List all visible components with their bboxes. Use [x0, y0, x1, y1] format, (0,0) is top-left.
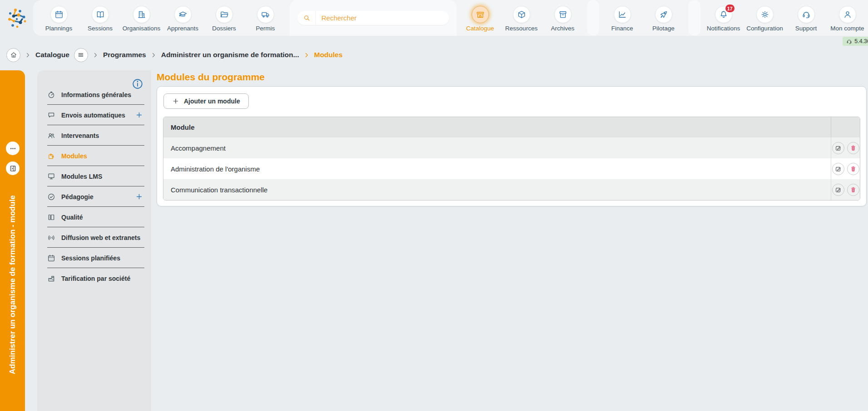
topnav-label: Plannings [45, 25, 72, 32]
edit-module-button[interactable] [832, 142, 844, 154]
trash-icon [850, 166, 857, 172]
module-name-cell: Administration de l'organisme [163, 158, 831, 179]
table-row: Accompagnement [163, 137, 860, 158]
topnav-item-mon-compte[interactable]: Mon compte [827, 0, 868, 36]
menu-item-tarification[interactable]: Tarification par société [37, 268, 151, 289]
edit-module-button[interactable] [832, 163, 844, 175]
application-window: Plannings Sessions Organisations Apprena… [0, 0, 868, 411]
table-row: Administration de l'organisme [163, 158, 860, 179]
open-book-icon [92, 6, 109, 23]
topnav-item-plannings[interactable]: Plannings [38, 0, 79, 36]
topnav-label: Mon compte [830, 25, 864, 32]
menu-item-pedagogie[interactable]: Pédagogie [37, 186, 151, 207]
calendar-icon [47, 254, 55, 262]
logo-icon [6, 7, 28, 29]
gear-icon [756, 6, 774, 23]
page-title: Modules du programme [157, 72, 265, 83]
topnav-item-configuration[interactable]: Configuration [744, 0, 785, 36]
menu-item-modules-lms[interactable]: Modules LMS [37, 166, 151, 186]
nav-group-finance: Finance Pilotage [602, 0, 684, 36]
modules-card: Ajouter un module Module Accompagnement … [157, 86, 867, 206]
search-icon [297, 11, 316, 25]
add-envoi-button[interactable] [134, 110, 144, 120]
cube-icon [513, 6, 530, 23]
truck-icon [257, 6, 274, 23]
topnav-item-notifications[interactable]: 17 Notifications [703, 0, 744, 36]
menu-list: Informations générales Envois automatiqu… [37, 84, 151, 289]
delete-module-button[interactable] [847, 184, 859, 196]
line-chart-icon [614, 6, 631, 23]
hamburger-menu-icon [77, 51, 84, 59]
edit-module-button[interactable] [832, 184, 844, 196]
topnav-label: Dossiers [212, 25, 236, 32]
headset-icon [846, 39, 852, 44]
topnav-item-ressources[interactable]: Ressources [501, 0, 542, 36]
topnav-item-archives[interactable]: Archives [542, 0, 583, 36]
factory-icon [47, 274, 55, 283]
ellipsis-icon [9, 145, 17, 152]
add-module-button[interactable]: Ajouter un module [163, 93, 249, 109]
gauge-icon [47, 91, 55, 99]
broadcast-icon [47, 234, 55, 242]
topnav-label: Configuration [746, 25, 783, 32]
module-name-cell: Communication transactionnelle [163, 179, 831, 200]
add-pedagogie-button[interactable] [134, 192, 144, 202]
topnav-label: Support [795, 25, 817, 32]
edit-icon [835, 166, 842, 172]
calendar-icon [50, 6, 68, 23]
user-icon [839, 6, 856, 23]
breadcrumb-item-modules[interactable]: Modules [314, 51, 343, 59]
topnav-item-dossiers[interactable]: Dossiers [203, 0, 245, 36]
header-group-divider [587, 0, 599, 36]
menu-item-envois-automatiques[interactable]: Envois automatiques [37, 105, 151, 125]
topnav-label: Notifications [707, 25, 740, 32]
monitor-icon [47, 172, 55, 181]
delete-module-button[interactable] [847, 142, 859, 154]
topnav-item-support[interactable]: Support [785, 0, 827, 36]
menu-item-label: Intervenants [61, 132, 99, 139]
menu-item-label: Modules LMS [61, 173, 102, 180]
program-section-menu: Informations générales Envois automatiqu… [37, 70, 151, 411]
chat-bubble-icon [47, 111, 55, 119]
topnav-item-finance[interactable]: Finance [602, 0, 643, 36]
menu-item-label: Pédagogie [61, 193, 94, 201]
people-icon [47, 132, 55, 140]
topnav-item-organisations[interactable]: Organisations [121, 0, 162, 36]
breadcrumb-menu-button[interactable] [74, 48, 88, 62]
rail-more-options-button[interactable] [6, 142, 20, 155]
delete-module-button[interactable] [847, 163, 859, 175]
side-panel-icon [9, 165, 17, 172]
chevron-right-icon [151, 52, 157, 58]
menu-item-label: Envois automatiques [61, 112, 125, 119]
plus-icon [172, 98, 179, 105]
topnav-item-permis[interactable]: Permis [245, 0, 286, 36]
app-logo[interactable] [0, 0, 33, 36]
archive-box-icon [554, 6, 572, 23]
home-button[interactable] [6, 48, 20, 62]
menu-item-intervenants[interactable]: Intervenants [37, 125, 151, 146]
topnav-label: Sessions [88, 25, 113, 32]
menu-item-label: Qualité [61, 214, 83, 221]
menu-item-informations-generales[interactable]: Informations générales [37, 84, 151, 105]
rail-panel-toggle-button[interactable] [6, 161, 20, 175]
topnav-item-apprenants[interactable]: Apprenants [162, 0, 203, 36]
topnav-item-pilotage[interactable]: Pilotage [643, 0, 684, 36]
header-group-divider [688, 0, 700, 36]
context-side-rail: Administrer un organisme de formation - … [0, 70, 25, 411]
topnav-item-catalogue[interactable]: Catalogue [459, 0, 501, 36]
topnav-item-sessions[interactable]: Sessions [79, 0, 121, 36]
search-pill [297, 11, 449, 25]
nav-group-account: 17 Notifications Configuration Support M… [703, 0, 868, 36]
menu-item-qualite[interactable]: Qualité [37, 207, 151, 227]
menu-item-diffusion-web[interactable]: Diffusion web et extranets [37, 227, 151, 248]
breadcrumb-item-catalogue[interactable]: Catalogue [35, 51, 69, 59]
breadcrumb-item-programmes[interactable]: Programmes [103, 51, 146, 59]
column-header-module: Module [163, 117, 831, 137]
nav-group-main: Plannings Sessions Organisations Apprena… [38, 0, 286, 36]
menu-item-sessions-planifiees[interactable]: Sessions planifiées [37, 248, 151, 268]
breadcrumb: Catalogue Programmes Administrer un orga… [6, 44, 343, 66]
breadcrumb-item-programme-name[interactable]: Administrer un organisme de formation... [161, 51, 299, 59]
table-header-row: Module [163, 117, 860, 137]
menu-item-modules[interactable]: Modules [37, 146, 151, 166]
search-input[interactable] [316, 11, 449, 25]
